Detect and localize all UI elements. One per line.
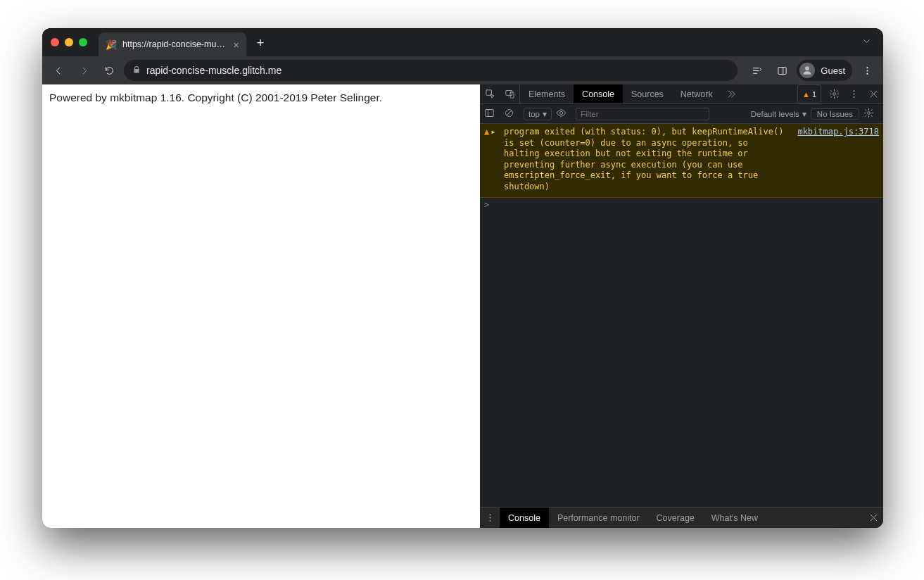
address-bar[interactable]: rapid-concise-muscle.glitch.me [124,60,738,81]
close-window-button[interactable] [51,38,59,46]
page-body: Powered by mkbitmap 1.16. Copyright (C) … [42,84,480,528]
devtools-settings-icon[interactable] [824,84,844,103]
drawer-tab-console[interactable]: Console [500,508,549,528]
browser-toolbar: rapid-concise-muscle.glitch.me Guest [42,56,883,84]
issues-button[interactable]: No Issues [811,108,859,120]
devtools-tabbar: Elements Console Sources Network ▲ 1 [480,84,883,104]
console-settings-icon[interactable] [863,108,879,120]
svg-point-1 [866,67,868,68]
tab-strip: 🎉 https://rapid-concise-muscle.g × + [42,28,883,56]
console-toolbar: top ▾ Default levels ▾ No Issues [480,104,883,124]
svg-point-17 [489,520,491,522]
browser-tab[interactable]: 🎉 https://rapid-concise-muscle.g × [99,32,246,56]
window-controls [51,38,87,46]
profile-label: Guest [821,65,845,76]
devtools-panel: Elements Console Sources Network ▲ 1 [480,84,883,528]
inspect-element-icon[interactable] [480,84,500,103]
console-warning-row[interactable]: ▲ ▸ program exited (with status: 0), but… [480,124,883,198]
svg-point-2 [866,70,868,71]
svg-point-3 [866,72,868,74]
toolbar-right: Guest [746,60,878,81]
svg-point-13 [559,111,562,114]
tab-sources[interactable]: Sources [623,84,672,103]
console-filter [576,108,747,120]
live-expression-button[interactable] [556,108,571,120]
media-control-icon[interactable] [746,60,767,81]
tab-favicon: 🎉 [106,39,117,50]
tab-elements[interactable]: Elements [520,84,574,103]
svg-point-8 [853,90,854,92]
drawer-tab-whats-new[interactable]: What's New [703,508,766,528]
log-levels-selector[interactable]: Default levels ▾ [751,109,806,119]
svg-point-15 [489,514,491,515]
url-text: rapid-concise-muscle.glitch.me [146,65,281,76]
avatar-icon [799,63,815,78]
svg-point-9 [853,94,854,95]
console-output[interactable]: ▲ ▸ program exited (with status: 0), but… [480,124,883,507]
tab-title: https://rapid-concise-muscle.g [122,39,227,49]
tab-network[interactable]: Network [672,84,721,103]
lock-icon [132,65,141,76]
back-button[interactable] [48,60,69,81]
warnings-count: 1 [812,90,816,99]
close-tab-button[interactable]: × [233,39,239,51]
device-toolbar-icon[interactable] [500,84,519,103]
devtools-menu-icon[interactable] [844,84,863,103]
profile-button[interactable]: Guest [797,60,852,81]
tab-overflow-button[interactable] [861,36,872,49]
svg-rect-11 [486,109,493,116]
svg-rect-5 [505,91,512,96]
drawer-tab-performance-monitor[interactable]: Performance monitor [549,508,648,528]
page-text: Powered by mkbitmap 1.16. Copyright (C) … [49,92,473,104]
drawer-tab-coverage[interactable]: Coverage [648,508,703,528]
browser-window: 🎉 https://rapid-concise-muscle.g × + rap… [42,28,883,528]
new-tab-button[interactable]: + [251,33,270,53]
levels-label: Default levels [751,110,799,118]
svg-rect-0 [778,67,786,74]
warning-icon: ▲ [484,127,489,193]
console-prompt[interactable]: > [480,198,883,212]
warning-message: program exited (with status: 0), but kee… [504,127,787,193]
svg-point-14 [868,111,871,114]
console-sidebar-toggle[interactable] [484,108,500,120]
reload-button[interactable] [99,60,120,81]
execution-context-selector[interactable]: top ▾ [524,108,552,120]
warnings-badge[interactable]: ▲ 1 [797,84,821,103]
svg-point-7 [833,93,835,96]
overflow-menu-button[interactable] [856,60,878,81]
drawer-close-button[interactable] [863,508,883,528]
warning-icon: ▲ [802,90,810,99]
minimize-window-button[interactable] [65,38,73,46]
tab-console[interactable]: Console [574,84,623,103]
clear-console-button[interactable] [504,108,519,120]
forward-button[interactable] [73,60,94,81]
devtools-close-button[interactable] [863,84,883,103]
drawer-menu-icon[interactable] [480,508,500,528]
maximize-window-button[interactable] [79,38,87,46]
content-area: Powered by mkbitmap 1.16. Copyright (C) … [42,84,883,528]
console-filter-input[interactable] [576,108,709,120]
devtools-drawer: Console Performance monitor Coverage Wha… [480,507,883,528]
svg-point-10 [853,96,854,98]
warning-source-link[interactable]: mkbitmap.js:3718 [797,127,879,193]
chevron-down-icon: ▾ [802,109,806,119]
context-label: top [529,110,540,118]
svg-point-16 [489,517,491,519]
chevron-down-icon: ▾ [543,109,547,119]
prompt-caret: > [484,200,489,210]
expand-icon[interactable]: ▸ [491,127,495,193]
more-tabs-button[interactable] [721,84,741,103]
side-panel-icon[interactable] [771,60,792,81]
